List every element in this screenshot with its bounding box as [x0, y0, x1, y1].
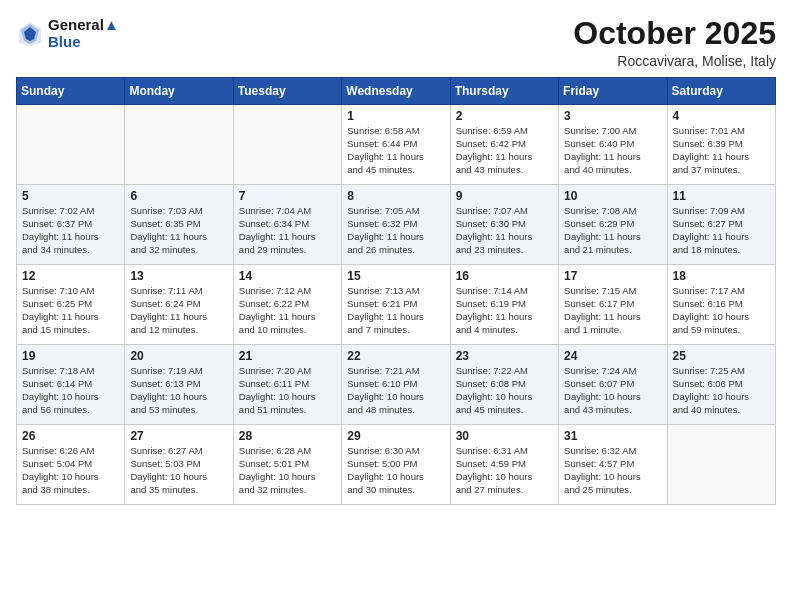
day-info: Sunrise: 6:59 AM Sunset: 6:42 PM Dayligh… — [456, 125, 553, 176]
day-info: Sunrise: 6:32 AM Sunset: 4:57 PM Dayligh… — [564, 445, 661, 496]
day-info: Sunrise: 7:22 AM Sunset: 6:08 PM Dayligh… — [456, 365, 553, 416]
table-row: 24Sunrise: 7:24 AM Sunset: 6:07 PM Dayli… — [559, 345, 667, 425]
table-row: 7Sunrise: 7:04 AM Sunset: 6:34 PM Daylig… — [233, 185, 341, 265]
day-number: 27 — [130, 429, 227, 443]
table-row: 23Sunrise: 7:22 AM Sunset: 6:08 PM Dayli… — [450, 345, 558, 425]
calendar-week-row: 12Sunrise: 7:10 AM Sunset: 6:25 PM Dayli… — [17, 265, 776, 345]
col-tuesday: Tuesday — [233, 78, 341, 105]
day-number: 9 — [456, 189, 553, 203]
col-friday: Friday — [559, 78, 667, 105]
day-number: 13 — [130, 269, 227, 283]
table-row: 4Sunrise: 7:01 AM Sunset: 6:39 PM Daylig… — [667, 105, 775, 185]
day-info: Sunrise: 7:07 AM Sunset: 6:30 PM Dayligh… — [456, 205, 553, 256]
day-info: Sunrise: 6:26 AM Sunset: 5:04 PM Dayligh… — [22, 445, 119, 496]
table-row: 3Sunrise: 7:00 AM Sunset: 6:40 PM Daylig… — [559, 105, 667, 185]
day-info: Sunrise: 7:20 AM Sunset: 6:11 PM Dayligh… — [239, 365, 336, 416]
day-number: 6 — [130, 189, 227, 203]
day-info: Sunrise: 7:05 AM Sunset: 6:32 PM Dayligh… — [347, 205, 444, 256]
table-row — [233, 105, 341, 185]
day-info: Sunrise: 7:24 AM Sunset: 6:07 PM Dayligh… — [564, 365, 661, 416]
day-info: Sunrise: 7:02 AM Sunset: 6:37 PM Dayligh… — [22, 205, 119, 256]
table-row: 28Sunrise: 6:28 AM Sunset: 5:01 PM Dayli… — [233, 425, 341, 505]
day-number: 24 — [564, 349, 661, 363]
table-row: 30Sunrise: 6:31 AM Sunset: 4:59 PM Dayli… — [450, 425, 558, 505]
day-number: 31 — [564, 429, 661, 443]
day-number: 18 — [673, 269, 770, 283]
day-number: 7 — [239, 189, 336, 203]
day-info: Sunrise: 7:13 AM Sunset: 6:21 PM Dayligh… — [347, 285, 444, 336]
day-info: Sunrise: 7:11 AM Sunset: 6:24 PM Dayligh… — [130, 285, 227, 336]
col-monday: Monday — [125, 78, 233, 105]
table-row: 6Sunrise: 7:03 AM Sunset: 6:35 PM Daylig… — [125, 185, 233, 265]
calendar-header-row: Sunday Monday Tuesday Wednesday Thursday… — [17, 78, 776, 105]
day-info: Sunrise: 7:12 AM Sunset: 6:22 PM Dayligh… — [239, 285, 336, 336]
table-row: 27Sunrise: 6:27 AM Sunset: 5:03 PM Dayli… — [125, 425, 233, 505]
table-row: 29Sunrise: 6:30 AM Sunset: 5:00 PM Dayli… — [342, 425, 450, 505]
day-number: 4 — [673, 109, 770, 123]
table-row — [17, 105, 125, 185]
day-info: Sunrise: 7:09 AM Sunset: 6:27 PM Dayligh… — [673, 205, 770, 256]
table-row: 16Sunrise: 7:14 AM Sunset: 6:19 PM Dayli… — [450, 265, 558, 345]
calendar-week-row: 19Sunrise: 7:18 AM Sunset: 6:14 PM Dayli… — [17, 345, 776, 425]
col-thursday: Thursday — [450, 78, 558, 105]
month-title: October 2025 — [573, 16, 776, 51]
table-row: 5Sunrise: 7:02 AM Sunset: 6:37 PM Daylig… — [17, 185, 125, 265]
day-info: Sunrise: 6:58 AM Sunset: 6:44 PM Dayligh… — [347, 125, 444, 176]
col-sunday: Sunday — [17, 78, 125, 105]
col-saturday: Saturday — [667, 78, 775, 105]
table-row: 8Sunrise: 7:05 AM Sunset: 6:32 PM Daylig… — [342, 185, 450, 265]
day-info: Sunrise: 7:00 AM Sunset: 6:40 PM Dayligh… — [564, 125, 661, 176]
calendar-week-row: 26Sunrise: 6:26 AM Sunset: 5:04 PM Dayli… — [17, 425, 776, 505]
day-number: 11 — [673, 189, 770, 203]
table-row: 2Sunrise: 6:59 AM Sunset: 6:42 PM Daylig… — [450, 105, 558, 185]
day-number: 8 — [347, 189, 444, 203]
day-number: 22 — [347, 349, 444, 363]
table-row: 11Sunrise: 7:09 AM Sunset: 6:27 PM Dayli… — [667, 185, 775, 265]
table-row: 31Sunrise: 6:32 AM Sunset: 4:57 PM Dayli… — [559, 425, 667, 505]
calendar-table: Sunday Monday Tuesday Wednesday Thursday… — [16, 77, 776, 505]
day-number: 21 — [239, 349, 336, 363]
day-info: Sunrise: 6:31 AM Sunset: 4:59 PM Dayligh… — [456, 445, 553, 496]
day-info: Sunrise: 7:15 AM Sunset: 6:17 PM Dayligh… — [564, 285, 661, 336]
day-number: 25 — [673, 349, 770, 363]
day-number: 29 — [347, 429, 444, 443]
table-row: 26Sunrise: 6:26 AM Sunset: 5:04 PM Dayli… — [17, 425, 125, 505]
logo: General▲ Blue — [16, 16, 119, 50]
day-number: 28 — [239, 429, 336, 443]
day-number: 23 — [456, 349, 553, 363]
day-number: 1 — [347, 109, 444, 123]
day-info: Sunrise: 7:25 AM Sunset: 6:06 PM Dayligh… — [673, 365, 770, 416]
location: Roccavivara, Molise, Italy — [573, 53, 776, 69]
day-number: 15 — [347, 269, 444, 283]
table-row: 22Sunrise: 7:21 AM Sunset: 6:10 PM Dayli… — [342, 345, 450, 425]
day-info: Sunrise: 7:01 AM Sunset: 6:39 PM Dayligh… — [673, 125, 770, 176]
table-row — [667, 425, 775, 505]
col-wednesday: Wednesday — [342, 78, 450, 105]
day-number: 17 — [564, 269, 661, 283]
day-number: 30 — [456, 429, 553, 443]
day-info: Sunrise: 7:03 AM Sunset: 6:35 PM Dayligh… — [130, 205, 227, 256]
day-number: 10 — [564, 189, 661, 203]
day-number: 3 — [564, 109, 661, 123]
day-info: Sunrise: 7:04 AM Sunset: 6:34 PM Dayligh… — [239, 205, 336, 256]
logo-text: General▲ Blue — [48, 16, 119, 50]
day-number: 16 — [456, 269, 553, 283]
table-row: 1Sunrise: 6:58 AM Sunset: 6:44 PM Daylig… — [342, 105, 450, 185]
day-info: Sunrise: 7:18 AM Sunset: 6:14 PM Dayligh… — [22, 365, 119, 416]
day-number: 12 — [22, 269, 119, 283]
table-row: 21Sunrise: 7:20 AM Sunset: 6:11 PM Dayli… — [233, 345, 341, 425]
table-row: 17Sunrise: 7:15 AM Sunset: 6:17 PM Dayli… — [559, 265, 667, 345]
page-header: General▲ Blue October 2025 Roccavivara, … — [16, 16, 776, 69]
table-row: 14Sunrise: 7:12 AM Sunset: 6:22 PM Dayli… — [233, 265, 341, 345]
table-row: 9Sunrise: 7:07 AM Sunset: 6:30 PM Daylig… — [450, 185, 558, 265]
table-row: 13Sunrise: 7:11 AM Sunset: 6:24 PM Dayli… — [125, 265, 233, 345]
day-info: Sunrise: 7:14 AM Sunset: 6:19 PM Dayligh… — [456, 285, 553, 336]
table-row: 15Sunrise: 7:13 AM Sunset: 6:21 PM Dayli… — [342, 265, 450, 345]
day-number: 5 — [22, 189, 119, 203]
day-info: Sunrise: 6:27 AM Sunset: 5:03 PM Dayligh… — [130, 445, 227, 496]
table-row — [125, 105, 233, 185]
day-number: 19 — [22, 349, 119, 363]
table-row: 12Sunrise: 7:10 AM Sunset: 6:25 PM Dayli… — [17, 265, 125, 345]
day-info: Sunrise: 7:10 AM Sunset: 6:25 PM Dayligh… — [22, 285, 119, 336]
title-block: October 2025 Roccavivara, Molise, Italy — [573, 16, 776, 69]
